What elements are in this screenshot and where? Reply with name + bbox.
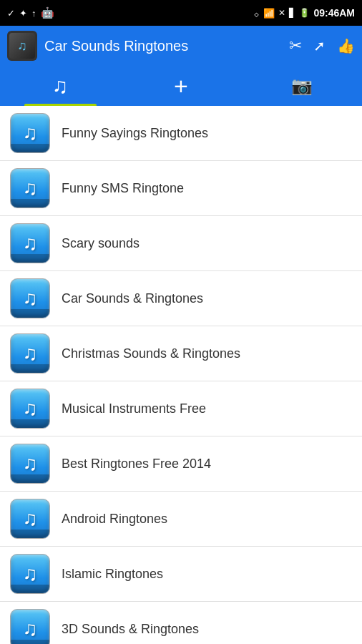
item-label: Christmas Sounds & Ringtones	[62, 346, 240, 361]
item-label: Funny SMS Ringtone	[62, 181, 184, 196]
sim-icon: ✕	[278, 8, 285, 18]
item-music-icon: ♫	[10, 609, 50, 644]
music-note-icon: ♫	[23, 177, 38, 200]
title-actions: ✂ ➚ 👍	[289, 36, 355, 55]
status-bar: ✓ ✦ ↑ 🤖 ⬦ 📶 ✕ ▋ 🔋 09:46AM	[0, 0, 362, 26]
item-label: Islamic Ringtones	[62, 567, 163, 582]
item-music-icon: ♫	[10, 223, 50, 263]
music-note-icon: ♫	[23, 122, 38, 145]
music-note-icon: ♫	[23, 507, 38, 530]
signal-icon: ▋	[289, 8, 295, 18]
item-label: Best Ringtones Free 2014	[62, 457, 211, 472]
music-note-icon: ♫	[23, 287, 38, 310]
list-item[interactable]: ♫ 3D Sounds & Ringtones	[0, 602, 362, 644]
item-music-icon: ♫	[10, 278, 50, 318]
item-label: Funny Sayings Ringtones	[62, 126, 208, 141]
item-music-icon: ♫	[10, 333, 50, 374]
music-note-icon: ♫	[23, 342, 38, 365]
item-music-icon: ♫	[10, 444, 50, 484]
upload-icon: ↑	[31, 8, 36, 19]
image-tab-icon: 📷	[291, 76, 313, 96]
item-label: Scary sounds	[62, 236, 140, 251]
status-bar-right: ⬦ 📶 ✕ ▋ 🔋 09:46AM	[253, 7, 355, 19]
item-label: Musical Instruments Free	[62, 401, 206, 416]
list-item[interactable]: ♫ Christmas Sounds & Ringtones	[0, 326, 362, 381]
item-label: Car Sounds & Ringtones	[62, 291, 203, 306]
list-item[interactable]: ♫ Funny Sayings Ringtones	[0, 106, 362, 161]
list-item[interactable]: ♫ Best Ringtones Free 2014	[0, 436, 362, 492]
list-item[interactable]: ♫ Funny SMS Ringtone	[0, 161, 362, 216]
title-bar: ♫ Car Sounds Ringtones ✂ ➚ 👍	[0, 26, 362, 66]
tab-add[interactable]: +	[121, 66, 242, 106]
music-tab-icon: ♫	[52, 74, 69, 98]
music-note-icon: ♫	[23, 562, 38, 585]
diamond-icon: ✦	[19, 8, 27, 19]
list-item[interactable]: ♫ Musical Instruments Free	[0, 381, 362, 436]
battery-icon: 🔋	[299, 8, 310, 18]
list-item[interactable]: ♫ Android Ringtones	[0, 492, 362, 547]
item-music-icon: ♫	[10, 113, 50, 153]
item-music-icon: ♫	[10, 389, 50, 429]
android-icon: 🤖	[41, 6, 54, 19]
app-title: Car Sounds Ringtones	[44, 38, 282, 54]
tab-music[interactable]: ♫	[0, 66, 121, 106]
item-label: 3D Sounds & Ringtones	[62, 622, 199, 637]
share-button[interactable]: ➚	[313, 37, 326, 54]
tab-bar: ♫ + 📷	[0, 66, 362, 106]
music-note-icon: ♫	[23, 232, 38, 255]
wifi-icon: 📶	[263, 8, 275, 19]
music-note-icon: ♫	[23, 397, 38, 420]
item-music-icon: ♫	[10, 554, 50, 594]
scissors-button[interactable]: ✂	[289, 36, 302, 55]
tab-image[interactable]: 📷	[241, 66, 362, 106]
item-label: Android Ringtones	[62, 512, 167, 527]
list-container[interactable]: ♫ Funny Sayings Ringtones ♫ Funny SMS Ri…	[0, 106, 362, 644]
list-item[interactable]: ♫ Islamic Ringtones	[0, 547, 362, 602]
clock: 09:46AM	[313, 7, 355, 19]
thumbsup-button[interactable]: 👍	[337, 37, 355, 54]
bluetooth-icon: ⬦	[253, 7, 260, 19]
app-icon: ♫	[7, 31, 37, 61]
music-note-icon: ♫	[23, 618, 38, 640]
add-tab-icon: +	[174, 72, 188, 100]
music-note-icon: ♫	[23, 452, 38, 475]
check-icon: ✓	[7, 8, 15, 19]
list-item[interactable]: ♫ Scary sounds	[0, 216, 362, 271]
item-music-icon: ♫	[10, 499, 50, 539]
list-item[interactable]: ♫ Car Sounds & Ringtones	[0, 271, 362, 326]
item-music-icon: ♫	[10, 168, 50, 208]
status-bar-left: ✓ ✦ ↑ 🤖	[7, 6, 54, 19]
